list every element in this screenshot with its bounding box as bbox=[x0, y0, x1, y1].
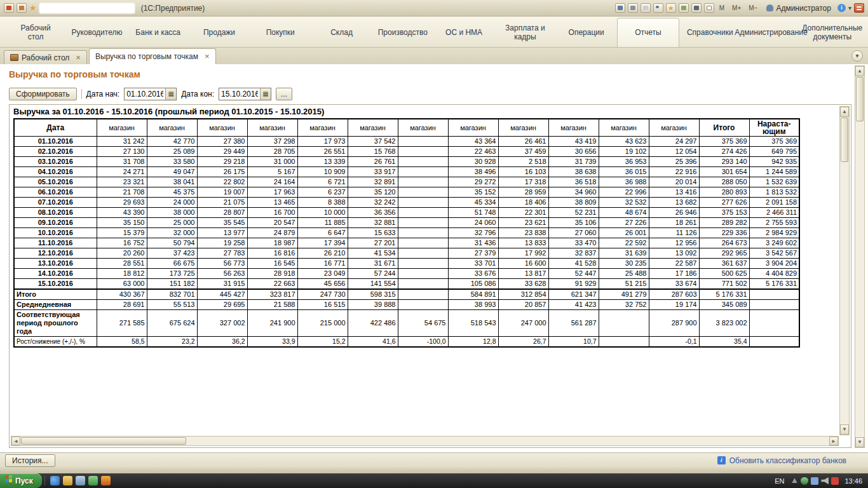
scroll-thumb[interactable] bbox=[21, 437, 186, 445]
value-cell: 36 988 bbox=[599, 177, 649, 187]
value-cell: 26,7 bbox=[498, 337, 548, 348]
scroll-down-icon[interactable]: ▼ bbox=[855, 437, 864, 447]
update-banks-link[interactable]: Обновить классификатор банков bbox=[717, 456, 846, 465]
scroll-right-icon[interactable]: ► bbox=[829, 437, 838, 445]
section-item[interactable]: Производство bbox=[372, 18, 433, 47]
history-icon[interactable] bbox=[679, 3, 689, 13]
memory-button[interactable]: M bbox=[717, 3, 727, 13]
save-icon[interactable] bbox=[615, 3, 625, 13]
section-item[interactable]: Справочники bbox=[679, 18, 740, 47]
scroll-thumb[interactable] bbox=[841, 118, 848, 162]
date-to-label: Дата кон: bbox=[181, 90, 214, 98]
value-cell: 3 904 204 bbox=[749, 259, 799, 269]
clock[interactable]: 13:46 bbox=[841, 477, 868, 485]
value-cell: 50 794 bbox=[147, 238, 197, 248]
value-cell bbox=[398, 167, 448, 177]
history-button[interactable]: История... bbox=[5, 454, 55, 467]
add-favorite-icon[interactable] bbox=[666, 3, 676, 13]
show-hidden-icons[interactable] bbox=[790, 477, 798, 485]
search-icon[interactable] bbox=[653, 3, 663, 13]
tab-list-button[interactable]: ▾ bbox=[851, 50, 863, 62]
scroll-left-icon[interactable]: ◄ bbox=[11, 437, 20, 445]
table-row: 09.10.201635 15025 00035 54520 54711 885… bbox=[14, 218, 799, 228]
section-item[interactable]: Отчеты bbox=[617, 18, 679, 47]
generate-button[interactable]: Сформировать bbox=[9, 88, 77, 100]
value-cell: 35,4 bbox=[699, 337, 749, 348]
section-item[interactable]: Операции bbox=[556, 18, 617, 47]
onec-taskbar-icon[interactable] bbox=[101, 476, 111, 485]
value-cell bbox=[398, 269, 448, 279]
value-cell: 48 674 bbox=[599, 208, 649, 218]
chevron-down-icon[interactable]: ▾ bbox=[848, 4, 851, 11]
favorites-icon[interactable]: ★ bbox=[29, 3, 37, 13]
value-cell: 37 423 bbox=[147, 248, 197, 259]
value-cell: 20 260 bbox=[97, 248, 147, 259]
more-button[interactable]: ... bbox=[276, 88, 292, 100]
section-item[interactable]: Дополнительные документы bbox=[802, 18, 863, 47]
start-label: Пуск bbox=[15, 477, 33, 485]
value-cell: 52 447 bbox=[548, 269, 599, 279]
section-bar: Рабочий столРуководителюБанк и кассаПрод… bbox=[0, 17, 868, 48]
section-item[interactable]: Рабочий стол bbox=[5, 18, 66, 47]
section-item[interactable]: Руководителю bbox=[66, 18, 127, 47]
value-cell bbox=[749, 289, 799, 300]
calendar-icon[interactable] bbox=[704, 3, 714, 13]
scroll-thumb[interactable] bbox=[856, 77, 864, 121]
close-icon[interactable]: × bbox=[205, 53, 210, 60]
value-cell: 13 465 bbox=[247, 198, 297, 208]
section-item[interactable]: Банк и касса bbox=[128, 18, 189, 47]
column-header: магазин bbox=[247, 119, 297, 137]
start-button[interactable]: Пуск bbox=[0, 473, 42, 488]
value-cell: 832 701 bbox=[147, 289, 197, 300]
section-item[interactable]: Администрирование bbox=[740, 18, 801, 47]
value-cell: 31 671 bbox=[348, 259, 398, 269]
network-tray-icon[interactable] bbox=[811, 477, 818, 485]
date-from-input[interactable] bbox=[125, 88, 165, 100]
language-indicator[interactable]: EN bbox=[771, 477, 788, 485]
tab-strip: Рабочий стол×Выручка по торговым точкам× bbox=[4, 48, 216, 64]
browser-icon[interactable] bbox=[50, 476, 60, 485]
section-item[interactable]: Склад bbox=[311, 18, 372, 47]
tab[interactable]: Выручка по торговым точкам× bbox=[89, 48, 216, 64]
value-cell: 277 626 bbox=[699, 198, 749, 208]
open-window-icon[interactable] bbox=[17, 3, 27, 13]
memory-minus-button[interactable]: M− bbox=[746, 3, 760, 13]
security-tray-icon[interactable] bbox=[801, 477, 808, 485]
user-menu[interactable]: Администратор bbox=[766, 4, 831, 13]
section-item[interactable]: Покупки bbox=[250, 18, 311, 47]
section-item[interactable]: Продажи bbox=[189, 18, 250, 47]
mail-icon[interactable] bbox=[76, 476, 85, 485]
value-cell: 34 960 bbox=[548, 187, 599, 198]
value-cell: 26 175 bbox=[197, 167, 247, 177]
report-vertical-scrollbar[interactable]: ▲ ▼ bbox=[839, 106, 850, 435]
scroll-down-icon[interactable]: ▼ bbox=[840, 424, 849, 435]
scroll-up-icon[interactable]: ▲ bbox=[855, 66, 864, 76]
main-menu-icon[interactable] bbox=[854, 3, 864, 13]
calculator-icon[interactable] bbox=[691, 3, 702, 13]
date-to-input[interactable] bbox=[219, 88, 260, 100]
explorer-icon[interactable] bbox=[63, 476, 72, 485]
print-icon[interactable] bbox=[628, 3, 638, 13]
tab[interactable]: Рабочий стол× bbox=[4, 50, 87, 64]
window-vertical-scrollbar[interactable]: ▲ ▼ bbox=[855, 65, 865, 448]
action-center-tray-icon[interactable] bbox=[831, 477, 839, 485]
close-icon[interactable]: × bbox=[76, 55, 81, 61]
print-preview-icon[interactable] bbox=[641, 3, 651, 13]
scroll-up-icon[interactable]: ▲ bbox=[840, 107, 849, 117]
app-icon[interactable] bbox=[4, 3, 14, 13]
section-item[interactable]: Зарплата и кадры bbox=[494, 18, 555, 47]
messenger-icon[interactable] bbox=[88, 476, 98, 485]
volume-tray-icon[interactable] bbox=[821, 477, 829, 485]
value-cell: 5 176 331 bbox=[699, 289, 749, 300]
calendar-picker-icon[interactable]: ▦ bbox=[260, 88, 271, 100]
report-horizontal-scrollbar[interactable]: ◄ ► bbox=[11, 436, 839, 446]
column-header: магазин bbox=[398, 119, 448, 137]
info-icon[interactable] bbox=[837, 4, 846, 12]
value-cell: 500 625 bbox=[699, 269, 749, 279]
value-cell: 12 054 bbox=[649, 147, 699, 157]
section-item[interactable]: ОС и НМА bbox=[433, 18, 494, 47]
value-cell: 91 929 bbox=[548, 279, 599, 290]
memory-plus-button[interactable]: M+ bbox=[729, 3, 743, 13]
calendar-picker-icon[interactable]: ▦ bbox=[165, 88, 176, 100]
value-cell: 32 532 bbox=[599, 198, 649, 208]
